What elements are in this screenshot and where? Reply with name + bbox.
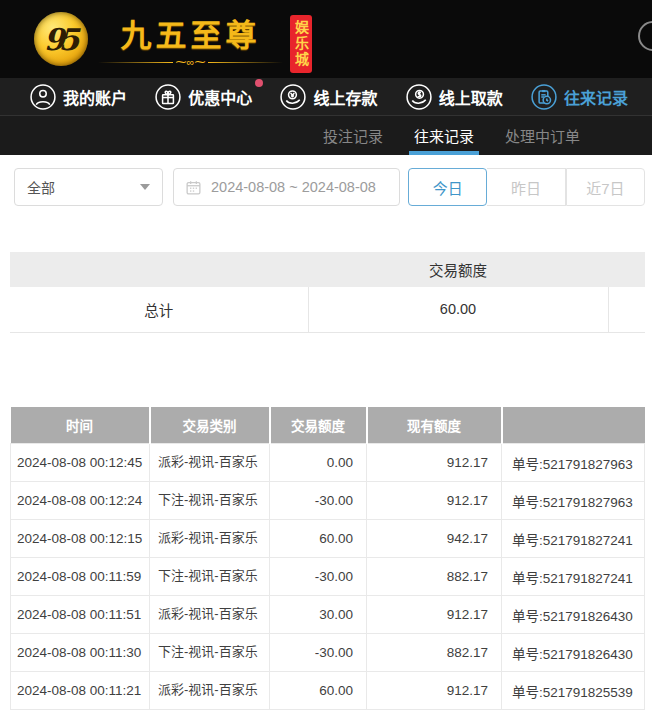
deposit-icon <box>280 84 306 110</box>
order-cell: 单号:521791827963 <box>502 444 645 482</box>
type-cell: 派彩-视讯-百家乐 <box>150 672 270 710</box>
logo-coin-icon: 95 <box>34 12 88 66</box>
nav-item-label: 往来记录 <box>564 85 628 109</box>
tab-bet-records[interactable]: 投注记录 <box>323 116 383 155</box>
top-bar: 95 九五至尊 ⁓∞⁓ 娱乐城 <box>0 0 652 78</box>
nav-item-my-account[interactable]: 我的账户 <box>30 84 127 110</box>
nav-item-withdraw[interactable]: 线上取款 <box>406 84 503 110</box>
order-cell: 单号:521791827241 <box>502 558 645 596</box>
date-range-input[interactable]: 2024-08-08 ~ 2024-08-08 <box>173 168 400 206</box>
gift-icon <box>155 84 181 110</box>
logo-flourish: ⁓∞⁓ <box>98 57 283 68</box>
type-cell: 派彩-视讯-百家乐 <box>150 596 270 634</box>
last7days-button[interactable]: 近7日 <box>566 168 645 206</box>
type-cell: 下注-视讯-百家乐 <box>150 558 270 596</box>
amount-cell: -30.00 <box>270 482 367 520</box>
order-cell: 单号:521791826430 <box>502 596 645 634</box>
balance-cell: 942.17 <box>367 520 502 558</box>
transactions-header-row: 时间 交易类别 交易额度 现有额度 <box>11 407 645 444</box>
main-nav: 我的账户 优惠中心 线上存款 线上取款 <box>0 78 652 115</box>
balance-cell: 882.17 <box>367 634 502 672</box>
col-header-time: 时间 <box>11 407 150 444</box>
time-cell: 2024-08-08 00:12:24 <box>11 482 150 520</box>
date-range-value: 2024-08-08 ~ 2024-08-08 <box>211 179 376 195</box>
flourish-line-right <box>208 62 283 63</box>
transactions-body: 2024-08-08 00:12:45派彩-视讯-百家乐0.00912.17单号… <box>11 444 645 710</box>
tab-transaction-records[interactable]: 往来记录 <box>414 116 474 155</box>
logo-title-block: 九五至尊 ⁓∞⁓ <box>98 10 283 68</box>
summary-header-amount: 交易额度 <box>308 252 608 287</box>
balance-cell: 912.17 <box>367 444 502 482</box>
type-cell: 下注-视讯-百家乐 <box>150 634 270 672</box>
balance-cell: 912.17 <box>367 482 502 520</box>
records-icon <box>531 84 557 110</box>
category-select-value: 全部 <box>27 177 55 197</box>
nav-item-deposit[interactable]: 线上存款 <box>280 84 377 110</box>
table-row: 2024-08-08 00:11:51派彩-视讯-百家乐30.00912.17单… <box>11 596 645 634</box>
brand-badge: 娱乐城 <box>290 15 312 73</box>
table-row: 2024-08-08 00:11:21派彩-视讯-百家乐60.00912.17单… <box>11 672 645 710</box>
order-cell: 单号:521791827241 <box>502 520 645 558</box>
logo-monogram: 95 <box>44 22 79 57</box>
record-tabs: 投注记录 往来记录 处理中订单 <box>0 115 652 155</box>
summary-header-row: 交易额度 <box>10 252 645 287</box>
col-header-order <box>502 407 645 444</box>
category-select[interactable]: 全部 <box>14 168 163 206</box>
table-row: 2024-08-08 00:11:59下注-视讯-百家乐-30.00882.17… <box>11 558 645 596</box>
summary-total-empty <box>608 287 645 332</box>
time-cell: 2024-08-08 00:11:30 <box>11 634 150 672</box>
withdraw-icon <box>406 84 432 110</box>
table-row: 2024-08-08 00:12:45派彩-视讯-百家乐0.00912.17单号… <box>11 444 645 482</box>
filter-bar: 全部 2024-08-08 ~ 2024-08-08 今日 昨日 近7日 <box>14 168 645 206</box>
amount-cell: 60.00 <box>270 520 367 558</box>
order-cell: 单号:521791825539 <box>502 672 645 710</box>
col-header-type: 交易类别 <box>150 407 270 444</box>
time-cell: 2024-08-08 00:12:45 <box>11 444 150 482</box>
brand-name: 九五至尊 <box>121 10 261 55</box>
nav-item-label: 我的账户 <box>63 85 127 109</box>
flourish-line-left <box>98 62 173 63</box>
nav-item-promotions[interactable]: 优惠中心 <box>155 84 252 110</box>
yesterday-button[interactable]: 昨日 <box>487 168 565 206</box>
user-icon <box>30 84 56 110</box>
summary-table: 交易额度 总计 60.00 <box>10 252 645 333</box>
summary-header-empty2 <box>608 252 645 287</box>
tab-pending-orders[interactable]: 处理中订单 <box>505 116 580 155</box>
avatar-icon[interactable] <box>638 21 652 51</box>
balance-cell: 912.17 <box>367 672 502 710</box>
chevron-down-icon <box>140 184 150 190</box>
col-header-balance: 现有额度 <box>367 407 502 444</box>
time-cell: 2024-08-08 00:12:15 <box>11 520 150 558</box>
summary-total-value: 60.00 <box>308 287 608 332</box>
order-cell: 单号:521791826430 <box>502 634 645 672</box>
flourish-swirl-icon: ⁓∞⁓ <box>173 57 209 68</box>
order-cell: 单号:521791827963 <box>502 482 645 520</box>
amount-cell: 60.00 <box>270 672 367 710</box>
summary-header-empty <box>10 252 308 287</box>
nav-item-label: 线上存款 <box>313 85 377 109</box>
time-cell: 2024-08-08 00:11:51 <box>11 596 150 634</box>
balance-cell: 882.17 <box>367 558 502 596</box>
notification-dot <box>255 79 263 87</box>
transactions-table: 时间 交易类别 交易额度 现有额度 2024-08-08 00:12:45派彩-… <box>10 407 645 711</box>
amount-cell: -30.00 <box>270 634 367 672</box>
time-cell: 2024-08-08 00:11:59 <box>11 558 150 596</box>
summary-total-label: 总计 <box>10 287 308 332</box>
amount-cell: 30.00 <box>270 596 367 634</box>
type-cell: 派彩-视讯-百家乐 <box>150 444 270 482</box>
time-cell: 2024-08-08 00:11:21 <box>11 672 150 710</box>
calendar-icon <box>185 179 202 196</box>
table-row: 2024-08-08 00:12:15派彩-视讯-百家乐60.00942.17单… <box>11 520 645 558</box>
today-button[interactable]: 今日 <box>408 168 487 206</box>
site-logo[interactable]: 95 九五至尊 ⁓∞⁓ 娱乐城 <box>34 6 312 73</box>
table-row: 2024-08-08 00:12:24下注-视讯-百家乐-30.00912.17… <box>11 482 645 520</box>
table-row: 2024-08-08 00:11:30下注-视讯-百家乐-30.00882.17… <box>11 634 645 672</box>
type-cell: 下注-视讯-百家乐 <box>150 482 270 520</box>
type-cell: 派彩-视讯-百家乐 <box>150 520 270 558</box>
amount-cell: 0.00 <box>270 444 367 482</box>
nav-item-label: 优惠中心 <box>188 85 252 109</box>
nav-item-records[interactable]: 往来记录 <box>531 84 628 110</box>
quick-date-buttons: 今日 昨日 近7日 <box>408 168 645 206</box>
balance-cell: 912.17 <box>367 596 502 634</box>
summary-total-row: 总计 60.00 <box>10 287 645 332</box>
